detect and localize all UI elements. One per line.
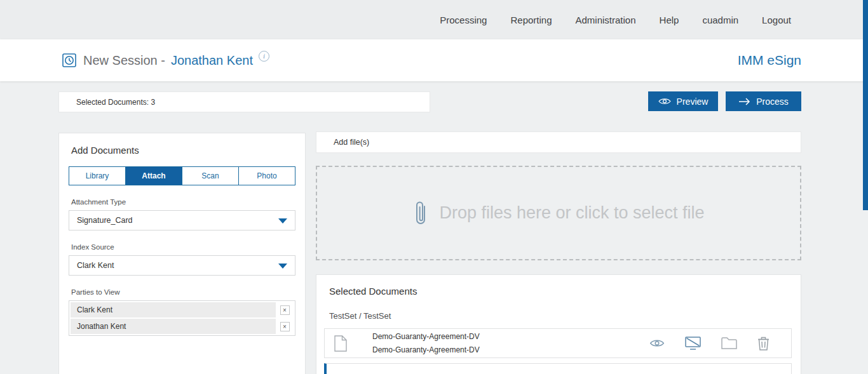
add-documents-tabs: Library Attach Scan Photo [69, 166, 295, 185]
view-document-button[interactable] [649, 338, 665, 348]
info-icon[interactable]: i [259, 51, 269, 62]
signature-pad-disabled-icon[interactable] [685, 337, 701, 350]
add-documents-panel: Add Documents Library Attach Scan Photo … [58, 133, 306, 374]
selected-documents-card: Selected Documents TestSet / TestSet Dem… [316, 274, 801, 374]
selected-documents-count: Selected Documents: 3 [76, 98, 155, 107]
attachment-type-value: Signature_Card [77, 216, 133, 225]
add-files-bar: Add file(s) [316, 131, 801, 153]
party-remove-cell: × [276, 319, 294, 334]
scrollbar-thumb[interactable] [863, 0, 868, 210]
tab-library[interactable]: Library [69, 167, 126, 185]
document-row-partial [324, 363, 792, 374]
remove-party-button[interactable]: × [280, 305, 290, 315]
nav-item-logout[interactable]: Logout [762, 15, 791, 25]
parties-to-view-list: Clark Kent × Jonathan Kent × [69, 300, 295, 336]
selected-documents-status-bar: Selected Documents: 3 [58, 91, 430, 112]
nav-item-processing[interactable]: Processing [440, 15, 487, 25]
arrow-right-icon [738, 98, 750, 105]
process-button[interactable]: Process [726, 91, 801, 111]
document-name-line-1: Demo-Guaranty-Agreement-DV [372, 332, 480, 341]
new-session-icon[interactable] [62, 53, 77, 68]
tab-photo[interactable]: Photo [239, 167, 295, 185]
trash-icon[interactable] [757, 336, 770, 351]
party-row: Clark Kent × [71, 302, 294, 317]
remove-party-button[interactable]: × [280, 322, 290, 331]
attachment-type-label: Attachment Type [69, 198, 295, 206]
eye-icon [658, 97, 671, 105]
tab-attach[interactable]: Attach [126, 167, 182, 185]
session-name: Jonathan Kent [171, 53, 253, 68]
file-dropzone[interactable]: Drop files here or click to select file [316, 166, 801, 260]
dropzone-text: Drop files here or click to select file [439, 203, 704, 223]
index-source-label: Index Source [69, 243, 295, 251]
top-nav-bar: Processing Reporting Administration Help… [0, 0, 868, 39]
nav-item-administration[interactable]: Administration [576, 15, 636, 25]
selected-documents-title: Selected Documents [329, 286, 790, 297]
preview-button-label: Preview [677, 97, 709, 107]
index-source-value: Clark Kent [77, 261, 114, 270]
folder-icon[interactable] [721, 337, 737, 349]
brand-logo: IMM eSign [738, 53, 801, 68]
nav-item-cuadmin[interactable]: cuadmin [702, 15, 738, 25]
chevron-down-icon [278, 218, 287, 224]
chevron-down-icon [278, 264, 287, 269]
page-title: New Session - [83, 53, 165, 68]
preview-button[interactable]: Preview [648, 91, 718, 111]
document-row: Demo-Guaranty-Agreement-DV Demo-Guaranty… [324, 328, 792, 358]
nav-item-help[interactable]: Help [660, 15, 679, 25]
paperclip-icon [412, 199, 429, 227]
header-title-group: New Session - Jonathan Kent i [0, 53, 269, 68]
party-name: Clark Kent [71, 302, 276, 317]
nav-item-reporting[interactable]: Reporting [510, 15, 552, 25]
document-row-actions [649, 329, 770, 357]
document-name-lines: Demo-Guaranty-Agreement-DV Demo-Guaranty… [372, 332, 480, 354]
process-button-label: Process [756, 97, 789, 107]
document-name-line-2: Demo-Guaranty-Agreement-DV [372, 345, 480, 354]
party-remove-cell: × [276, 302, 294, 317]
party-row: Jonathan Kent × [71, 319, 294, 334]
add-files-label: Add file(s) [334, 138, 369, 147]
add-documents-title: Add Documents [69, 145, 295, 156]
page-header: New Session - Jonathan Kent i IMM eSign [0, 39, 868, 81]
attachment-type-select[interactable]: Signature_Card [69, 210, 295, 230]
parties-to-view-label: Parties to View [69, 288, 295, 296]
document-icon [334, 335, 347, 352]
index-source-select[interactable]: Clark Kent [69, 255, 295, 276]
tab-scan[interactable]: Scan [182, 167, 239, 185]
document-set-label: TestSet / TestSet [329, 311, 790, 321]
party-name: Jonathan Kent [71, 319, 276, 334]
